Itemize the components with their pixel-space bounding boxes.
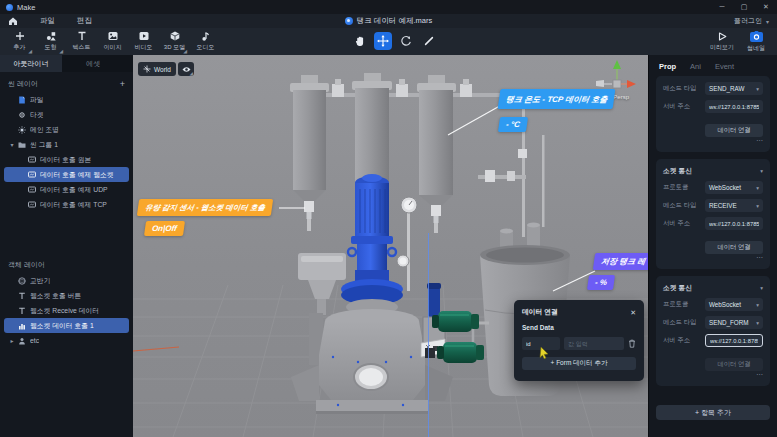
tab-event[interactable]: Event — [715, 62, 734, 71]
socket-card-send-form: 소켓 통신 ▾ 프로토콜 WebSocket ▾ 메소드 타입 SEND_FOR… — [656, 276, 770, 386]
method-type-select[interactable]: SEND_FORM ▾ — [705, 316, 763, 329]
maximize-button[interactable]: ▢ — [733, 0, 755, 14]
audio-button[interactable]: 오디오 — [190, 28, 221, 55]
socket-section-header[interactable]: 소켓 통신 ▾ — [663, 165, 763, 176]
audio-icon — [201, 31, 211, 41]
chevron-down-icon: ▾ — [756, 320, 759, 326]
form-value-input[interactable] — [564, 337, 624, 350]
tree-item-etc[interactable]: ▸ etc — [4, 333, 129, 348]
model-3d-button[interactable]: 3D 모델 ◢ — [159, 28, 190, 55]
minimize-button[interactable]: ─ — [711, 0, 733, 14]
chevron-down-icon: ▾ — [756, 302, 759, 308]
text-button[interactable]: 텍스트 — [66, 28, 97, 55]
add-item-button[interactable]: + 항목 추가 — [656, 405, 770, 420]
server-address-label: 서버 주소 — [663, 102, 705, 111]
video-button[interactable]: 비디오 — [128, 28, 159, 55]
menu-bar: 파일 편집 탱크 데이터 예제.mars 플러그인 ▾ — [0, 14, 777, 28]
thumbnail-button[interactable]: 썸네일 — [739, 28, 773, 55]
close-button[interactable]: ✕ — [755, 0, 777, 14]
annotation-tank-temperature-value[interactable]: - °C — [498, 117, 528, 132]
method-type-select[interactable]: SEND_RAW ▾ — [705, 82, 763, 95]
method-type-label: 메소드 타입 — [663, 84, 705, 93]
method-type-label: 메소드 타입 — [663, 201, 705, 210]
data-connect-dialog: 데이터 연결 ✕ Send Data + Form 데이터 추가 — [514, 300, 644, 381]
text-object-icon — [18, 307, 26, 315]
server-address-label: 서버 주소 — [663, 219, 705, 228]
expander-down-icon[interactable]: ▾ — [8, 141, 16, 148]
menu-file[interactable]: 파일 — [40, 16, 55, 26]
rotate-icon — [400, 35, 412, 47]
object-layer-header: 객체 레이어 — [0, 253, 133, 273]
server-address-input[interactable] — [705, 100, 763, 113]
rotate-tool-button[interactable] — [397, 32, 415, 50]
more-options-button[interactable]: ⋯ — [663, 372, 763, 380]
tab-ani[interactable]: Ani — [690, 62, 701, 71]
method-type-select[interactable]: RECEIVE ▾ — [705, 199, 763, 212]
data-connect-button[interactable]: 데이터 연결 — [705, 358, 763, 371]
protocol-label: 프로토콜 — [663, 183, 705, 192]
light-icon — [18, 126, 26, 134]
window-controls: ─ ▢ ✕ — [711, 0, 777, 14]
protocol-select[interactable]: WebSocket ▾ — [705, 181, 763, 194]
annotation-storage-tank[interactable]: 저장 탱크 레 — [593, 253, 648, 270]
data-node-icon — [28, 156, 36, 164]
annotation-flow-sensor[interactable]: 유량 감지 센서 - 웹소켓 데이터 호출 — [137, 199, 273, 216]
mouse-cursor — [539, 347, 549, 359]
trash-icon[interactable] — [628, 339, 636, 348]
image-button[interactable]: 이미지 — [97, 28, 128, 55]
more-options-button[interactable]: ⋯ — [663, 138, 763, 146]
plugin-menu[interactable]: 플러그인 ▾ — [734, 16, 769, 26]
tree-item-data-udp[interactable]: 데이터 호출 예제 UDP — [4, 182, 129, 197]
dialog-close-button[interactable]: ✕ — [630, 309, 636, 316]
tab-prop[interactable]: Prop — [659, 62, 676, 71]
socket-card-send-raw: 메소드 타입 SEND_RAW ▾ 서버 주소 데이터 연결 ⋯ — [656, 76, 770, 152]
person-icon — [18, 337, 26, 345]
annotation-flow-sensor-value[interactable]: On|Off — [144, 221, 185, 236]
socket-section-header[interactable]: 소켓 통신 ▾ — [663, 282, 763, 293]
move-icon — [377, 35, 389, 47]
tree-item-scene-group[interactable]: ▾ 씬 그룹 1 — [4, 137, 129, 152]
menu-edit[interactable]: 편집 — [77, 16, 92, 26]
tree-item-data-origin[interactable]: 데이터 호출 원본 — [4, 152, 129, 167]
protocol-select[interactable]: WebSocket ▾ — [705, 298, 763, 311]
add-button[interactable]: 추가 ◢ — [4, 28, 35, 55]
home-button[interactable] — [8, 16, 18, 26]
document-title-group: 탱크 데이터 예제.mars — [0, 14, 777, 28]
data-node-icon — [28, 186, 36, 194]
tree-item-websocket-data-call[interactable]: 웹소켓 데이터 호출 1 — [4, 318, 129, 333]
preview-button[interactable]: 미리보기 — [705, 28, 739, 55]
data-connect-button[interactable]: 데이터 연결 — [705, 124, 763, 137]
annotation-tank-temperature[interactable]: 탱크 온도 - TCP 데이터 호출 — [498, 89, 616, 109]
more-options-button[interactable]: ⋯ — [663, 255, 763, 263]
add-layer-button[interactable]: + — [120, 80, 125, 88]
server-address-input[interactable] — [705, 217, 763, 230]
mesh-icon — [18, 277, 26, 285]
server-address-input[interactable] — [705, 334, 763, 347]
tree-item-websocket-call-button[interactable]: 웹소켓 호출 버튼 — [4, 288, 129, 303]
folder-icon — [18, 141, 26, 149]
shape-button[interactable]: 도형 ◢ — [35, 28, 66, 55]
pan-tool-button[interactable] — [351, 32, 369, 50]
pen-tool-button[interactable] — [420, 32, 438, 50]
socket-card-receive: 소켓 통신 ▾ 프로토콜 WebSocket ▾ 메소드 타입 RECEIVE … — [656, 159, 770, 269]
tree-item-target[interactable]: 타겟 — [4, 107, 129, 122]
annotation-storage-tank-value[interactable]: - % — [587, 275, 615, 290]
move-tool-button[interactable] — [374, 32, 392, 50]
expander-right-icon[interactable]: ▸ — [8, 337, 16, 344]
tab-outliner[interactable]: 아웃라이너 — [0, 55, 62, 72]
visibility-button[interactable]: ◢ — [178, 62, 194, 76]
viewport-3d[interactable]: World ◢ Persp 탱크 온도 - TCP 데이터 호출 - °C — [133, 55, 648, 437]
camera-icon — [750, 31, 763, 42]
data-connect-button[interactable]: 데이터 연결 — [705, 241, 763, 254]
tree-item-data-websocket[interactable]: 데이터 호출 예제 웹소켓 — [4, 167, 129, 182]
tree-item-websocket-receive-data[interactable]: 웹소켓 Receive 데이터 — [4, 303, 129, 318]
tree-item-agitator[interactable]: 교반기 — [4, 273, 129, 288]
tree-item-data-tcp[interactable]: 데이터 호출 예제 TCP — [4, 197, 129, 212]
world-space-button[interactable]: World — [138, 62, 176, 76]
tab-assets[interactable]: 에셋 — [62, 55, 124, 72]
app-title: Make — [17, 3, 35, 12]
text-icon — [77, 31, 87, 41]
tree-item-file[interactable]: 파일 — [4, 92, 129, 107]
projection-label[interactable]: Persp — [613, 94, 629, 100]
tree-item-main-light[interactable]: 메인 조명 — [4, 122, 129, 137]
